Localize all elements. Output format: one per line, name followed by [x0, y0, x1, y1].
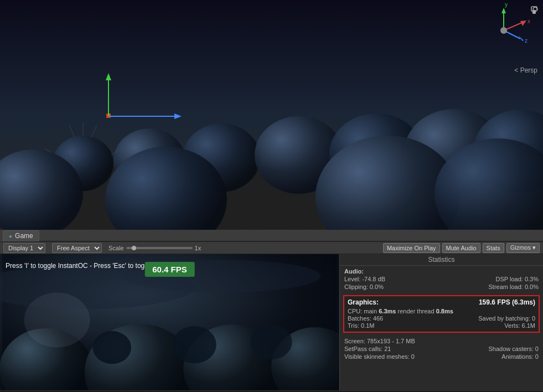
setpass-label: SetPass calls: 21 — [344, 345, 391, 352]
game-window: Press 'I' to toggle InstantOC - Press 'E… — [0, 254, 543, 390]
stats-setpass-row: SetPass calls: 21 Shadow casters: 0 — [344, 345, 539, 352]
scale-slider[interactable] — [126, 247, 193, 249]
game-view: Press 'I' to toggle InstantOC - Press 'E… — [0, 254, 339, 390]
svg-rect-48 — [532, 10, 536, 14]
audio-header: Audio: — [344, 268, 539, 275]
scale-slider-container — [126, 247, 193, 249]
animations-label: Animations: 0 — [501, 353, 539, 360]
shadow-label: Shadow casters: 0 — [489, 345, 539, 352]
scale-label: Scale — [108, 245, 124, 251]
persp-label: < Persp — [514, 66, 537, 74]
cpu-main-val: 6.3ms — [379, 308, 396, 314]
fps-counter: 60.4 FPS — [144, 262, 195, 277]
stats-audio-clipping-row: Clipping: 0.0% Stream load: 0.0% — [344, 283, 539, 290]
verts-label: Verts: 6.1M — [504, 322, 535, 329]
game-tab-icon: ● — [9, 233, 12, 239]
graphics-title: Graphics: — [348, 298, 379, 306]
game-toolbar: Display 1 Free Aspect Scale 1x Maximize … — [0, 242, 543, 254]
stats-button[interactable]: Stats — [483, 243, 504, 253]
aspect-select[interactable]: Free Aspect — [52, 243, 102, 253]
scale-value: 1x — [195, 245, 201, 251]
svg-text:y: y — [505, 2, 508, 8]
audio-dsp-label: DSP load: 0.3% — [496, 276, 539, 282]
stats-skinned-row: Visible skinned meshes: 0 Animations: 0 — [344, 353, 539, 360]
cpu-render-label: render thread — [398, 308, 435, 314]
graphics-fps: 159.6 FPS (6.3ms) — [479, 298, 535, 306]
gizmos-button[interactable]: Gizmos ▾ — [506, 243, 540, 253]
screen-label: Screen: 785x193 - 1.7 MB — [344, 338, 415, 344]
maximize-on-play-button[interactable]: Maximize On Play — [383, 243, 440, 253]
stats-batches-row: Batches: 466 Saved by batching: 0 — [348, 315, 535, 322]
stats-title: Statistics — [340, 254, 543, 266]
saved-batching: Saved by batching: 0 — [478, 315, 535, 322]
scene-viewport: y x z < Persp — [0, 0, 543, 230]
cpu-label: CPU: main 6.3ms render thread 0.8ms — [348, 308, 453, 314]
skinned-label: Visible skinned meshes: 0 — [344, 353, 415, 360]
game-tabbar: ● Game — [0, 230, 543, 242]
display-select[interactable]: Display 1 — [3, 243, 45, 253]
stats-graphics-header: Graphics: 159.6 FPS (6.3ms) — [348, 298, 535, 306]
audio-clipping-label: Clipping: 0.0% — [344, 283, 384, 290]
cpu-render-val: 0.8ms — [436, 308, 453, 314]
scene-content: y x z — [0, 0, 543, 230]
svg-point-58 — [93, 331, 131, 364]
audio-level-label: Level: -74.8 dB — [344, 276, 385, 282]
tris-label: Tris: 0.1M — [348, 322, 375, 329]
audio-stream-label: Stream load: 0.0% — [489, 283, 539, 290]
game-tab-label: Game — [15, 232, 33, 240]
svg-point-46 — [500, 27, 507, 34]
svg-text:x: x — [528, 18, 530, 24]
stats-other-section: Screen: 785x193 - 1.7 MB SetPass calls: … — [340, 334, 543, 363]
stats-tris-row: Tris: 0.1M Verts: 6.1M — [348, 322, 535, 329]
stats-cpu-row: CPU: main 6.3ms render thread 0.8ms — [348, 308, 535, 314]
stats-screen-row: Screen: 785x193 - 1.7 MB — [344, 338, 539, 344]
stats-graphics-section: Graphics: 159.6 FPS (6.3ms) CPU: main 6.… — [343, 295, 540, 333]
svg-point-57 — [24, 292, 90, 347]
stats-audio-section: Audio: Level: -74.8 dB DSP load: 0.3% Cl… — [340, 266, 543, 293]
batches-label: Batches: 466 — [348, 315, 383, 322]
svg-point-59 — [172, 326, 216, 363]
press-i-label: Press 'I' to toggle InstantOC - Press 'E… — [6, 262, 154, 270]
svg-text:z: z — [525, 38, 528, 44]
svg-point-60 — [250, 324, 292, 359]
game-tab[interactable]: ● Game — [3, 230, 39, 241]
stats-panel: Statistics Audio: Level: -74.8 dB DSP lo… — [339, 254, 543, 390]
mute-audio-button[interactable]: Mute Audio — [442, 243, 480, 253]
stats-audio-level-row: Level: -74.8 dB DSP load: 0.3% — [344, 276, 539, 282]
